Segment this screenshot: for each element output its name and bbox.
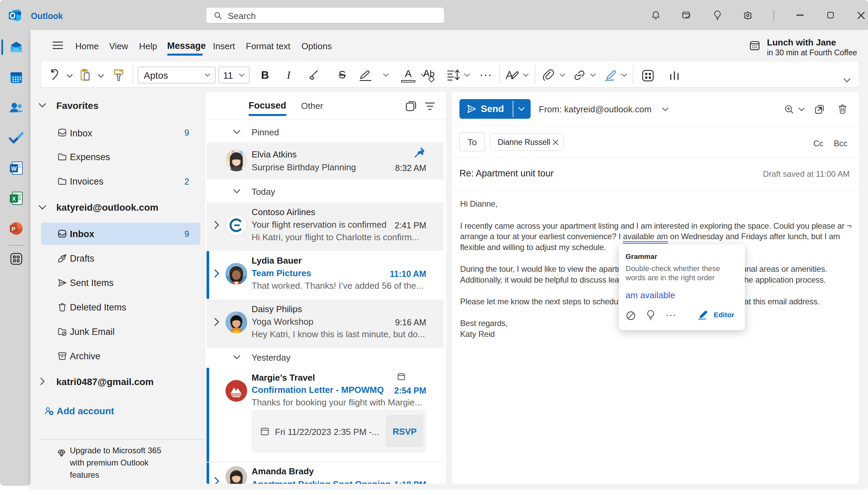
svg-text:P: P (12, 226, 15, 233)
svg-text:W: W (11, 166, 17, 172)
svg-text:X: X (12, 196, 16, 202)
